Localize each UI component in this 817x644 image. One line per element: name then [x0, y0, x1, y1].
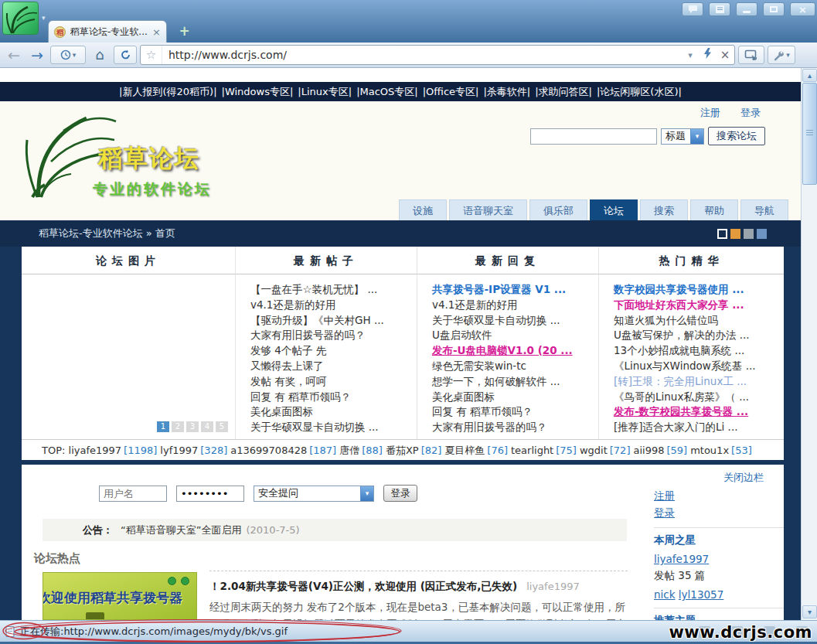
site-tab[interactable]: 搜索 — [640, 199, 688, 220]
top-nav-link[interactable]: |Office专区| — [423, 86, 479, 97]
post-link[interactable]: 【驱动升级】《中关村GH ... — [250, 313, 417, 329]
digest-link[interactable]: 《Linux与XWindow系统基 ... — [614, 359, 784, 374]
sidebar-login-link[interactable]: 登录 — [654, 506, 784, 520]
pagination-button[interactable]: 3 — [186, 421, 199, 432]
digest-link[interactable]: [转]王垠：完全用Linux工 ... — [614, 374, 784, 390]
post-author[interactable]: liyafe1997 — [526, 581, 580, 592]
reply-link[interactable]: 关于华硕双显卡自动切换 ... — [432, 313, 598, 329]
snapshot-tool-button[interactable] — [738, 46, 764, 64]
register-link[interactable]: 注册 — [700, 107, 720, 118]
url-input[interactable] — [162, 49, 682, 61]
reply-link[interactable]: 发布-U盘电脑锁V1.0 (20 ... — [432, 343, 598, 359]
announcement-text[interactable]: “稻草语音聊天室”全面启用 — [121, 524, 241, 536]
style-swatch[interactable] — [717, 229, 727, 239]
top-poster[interactable]: mtou1x[53] — [690, 445, 752, 456]
app-menu-button[interactable] — [2, 2, 39, 35]
top-poster[interactable]: aii998[59] — [633, 445, 687, 456]
digest-link[interactable]: 13个小妙招成就电脑系统 ... — [614, 343, 784, 359]
post-link[interactable]: 发够 4个帖子 先 — [250, 343, 417, 359]
site-tab[interactable]: 论坛 — [590, 199, 638, 220]
post-link[interactable]: 【一盘在手☆装机无忧】 ... — [250, 282, 417, 298]
history-button[interactable]: ▾ — [50, 46, 86, 64]
stop-icon[interactable]: × — [716, 48, 734, 62]
reply-link[interactable]: v4.1还是新的好用 — [432, 298, 598, 313]
chat-bubble-button[interactable] — [682, 2, 703, 16]
sidebar-register-link[interactable]: 注册 — [654, 489, 784, 503]
home-button[interactable]: ⌂ — [89, 45, 111, 65]
top-poster[interactable]: wgdit[72] — [580, 445, 631, 456]
top-poster-name[interactable]: tearlight — [511, 445, 553, 456]
top-nav-link[interactable]: |求助问答区| — [535, 86, 592, 97]
top-poster-name[interactable]: wgdit — [580, 445, 608, 456]
top-poster[interactable]: tearlight[75] — [511, 445, 577, 456]
top-nav-link[interactable]: |Linux专区| — [298, 86, 352, 97]
search-forum-button[interactable]: 搜索论坛 — [708, 127, 765, 145]
post-link[interactable]: 又懒得去上课了 — [250, 359, 417, 374]
top-nav-link[interactable]: |论坛闲聊区(水区)| — [597, 86, 682, 97]
site-tab[interactable]: 设施 — [399, 199, 447, 220]
maximize-button[interactable] — [763, 2, 785, 16]
minimize-button[interactable] — [736, 2, 757, 16]
top-poster-name[interactable]: 唐僧 — [339, 445, 359, 456]
top-poster[interactable]: a13699708428[187] — [230, 445, 336, 456]
post-link[interactable]: 大家有用旧拨号器的吗？ — [250, 328, 417, 343]
digest-link[interactable]: 下面地址好东西大家分享 ... — [614, 298, 784, 313]
reply-link[interactable]: 回复 有 稻草币领吗？ — [432, 404, 598, 420]
tab-close-icon[interactable]: × — [152, 26, 161, 38]
go-lightning-icon[interactable] — [699, 48, 716, 62]
forward-button[interactable]: → — [27, 45, 47, 65]
digest-link[interactable]: 知道火狐为什么错位吗 — [614, 313, 784, 329]
back-button[interactable]: ← — [4, 45, 24, 65]
pagination-button[interactable]: 5 — [216, 421, 228, 432]
site-tab[interactable]: 帮助 — [690, 199, 738, 220]
site-tab[interactable]: 俱乐部 — [529, 199, 587, 220]
pagination-button[interactable]: 1 — [157, 421, 169, 432]
breadcrumb[interactable]: 稻草论坛-专业软件论坛 » 首页 — [39, 227, 175, 239]
top-poster[interactable]: 唐僧[88] — [339, 445, 383, 456]
new-tab-button[interactable]: + — [175, 23, 194, 39]
search-input[interactable] — [530, 128, 657, 145]
top-poster[interactable]: lyf1997[328] — [160, 445, 227, 456]
post-link[interactable]: 美化桌面图标 — [250, 404, 417, 420]
top-poster-name[interactable]: 番茄XP — [386, 445, 419, 456]
pagination-button[interactable]: 4 — [201, 421, 213, 432]
post-link[interactable]: 关于华硕双显卡自动切换 ... — [250, 420, 417, 435]
digest-link[interactable]: 数字校园共享拨号器使用 ... — [614, 282, 784, 298]
digest-link[interactable]: 发布-数字校园共享拨号器 ... — [614, 404, 784, 420]
search-scope-select[interactable]: 标题 ▾ — [661, 128, 704, 145]
post-link[interactable]: 回复 有 稻草币领吗？ — [250, 390, 417, 405]
tools-wrench-button[interactable]: ▾ — [768, 46, 795, 64]
style-swatch[interactable] — [730, 229, 740, 239]
login-submit-button[interactable]: 登录 — [383, 485, 417, 502]
post-link[interactable]: 发帖 有奖，呵呵 — [250, 374, 417, 390]
top-nav-link[interactable]: |MacOS专区| — [356, 86, 418, 97]
login-link[interactable]: 登录 — [740, 107, 761, 118]
password-field[interactable] — [176, 486, 244, 502]
reply-link[interactable]: 绿色无需安装win-tc — [432, 359, 598, 374]
nick-label-link[interactable]: nick — [654, 588, 676, 601]
app-menu-dropdown-icon[interactable]: ▾ — [42, 14, 46, 22]
style-swatch[interactable] — [744, 229, 754, 239]
reply-link[interactable]: 共享拨号器-IP设置器 V1 ... — [432, 282, 598, 298]
reply-link[interactable]: 美化桌面图标 — [432, 390, 598, 405]
top-poster[interactable]: liyafe1997[1198] — [69, 445, 158, 456]
top-poster[interactable]: 番茄XP[82] — [386, 445, 441, 456]
top-nav-link[interactable]: |杀毒软件| — [483, 86, 530, 97]
top-poster[interactable]: 夏目梓鱼[76] — [444, 445, 508, 456]
top-poster-name[interactable]: mtou1x — [690, 445, 729, 456]
dialer-banner[interactable]: 欢迎使用稻草共享拨号器 — [43, 572, 197, 620]
post-link[interactable]: v4.1还是新的好用 — [250, 298, 417, 313]
security-question-select[interactable]: 安全提问 ▾ — [254, 486, 374, 502]
pagination-button[interactable]: 2 — [172, 421, 184, 432]
top-poster-name[interactable]: aii998 — [633, 445, 664, 456]
reply-link[interactable]: U盘启动软件 — [432, 328, 598, 343]
top-poster-name[interactable]: a13699708428 — [230, 445, 307, 456]
url-dropdown-icon[interactable]: ▾ — [682, 50, 699, 60]
refresh-button[interactable] — [114, 46, 137, 64]
top-nav-link[interactable]: |新人报到(得20稻币)| — [119, 86, 216, 97]
top-poster-name[interactable]: lyf1997 — [160, 445, 198, 456]
week-star-user-link[interactable]: liyafe1997 — [654, 553, 709, 565]
username-field[interactable] — [99, 486, 167, 502]
bookmark-star-icon[interactable]: ☆ — [141, 46, 162, 64]
digest-link[interactable]: U盘被写保护，解决的办法 ... — [614, 328, 784, 343]
